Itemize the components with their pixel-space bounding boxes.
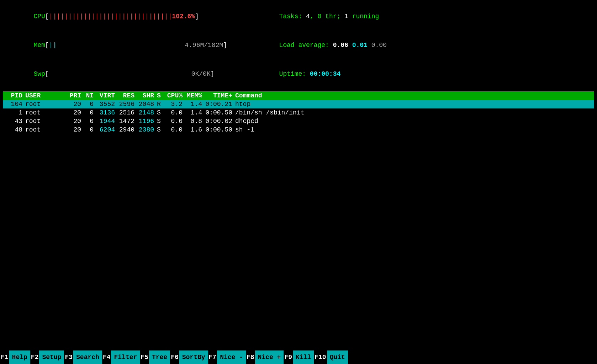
table-row[interactable]: 43 root 20 0 1944 1472 1196 S 0.0 0.8 0:… bbox=[3, 117, 594, 125]
f3-label[interactable]: Search bbox=[73, 350, 102, 364]
f7-key: F7 bbox=[208, 354, 217, 361]
cell-pri: 20 bbox=[64, 101, 84, 108]
footer-bar: F1 Help F2 Setup F3 Search F4 Filter F5 … bbox=[0, 350, 597, 364]
cell-ni: 0 bbox=[84, 101, 96, 108]
cell-pri: 20 bbox=[64, 118, 84, 125]
f4-key: F4 bbox=[102, 354, 111, 361]
cell-cpu: 3.2 bbox=[166, 101, 185, 108]
cell-pid: 43 bbox=[6, 118, 25, 125]
table-row[interactable]: 48 root 20 0 6204 2940 2380 S 0.0 1.6 0:… bbox=[3, 125, 594, 134]
f4-label[interactable]: Filter bbox=[111, 350, 140, 364]
cell-cmd: dhcpcd bbox=[235, 118, 591, 125]
cell-s: S bbox=[157, 126, 166, 133]
cell-ni: 0 bbox=[84, 118, 96, 125]
cell-mem: 1.4 bbox=[185, 101, 205, 108]
cell-cmd: sh -l bbox=[235, 126, 591, 133]
cell-res: 1472 bbox=[118, 118, 137, 125]
table-header: PID USER PRI NI VIRT RES SHR S CPU% MEM%… bbox=[3, 91, 594, 100]
cell-virt: 6204 bbox=[96, 126, 118, 133]
f7-label[interactable]: Nice - bbox=[217, 350, 246, 364]
cell-cpu: 0.0 bbox=[166, 109, 185, 116]
header-section: CPU[||||||||||||||||||||||||||||||||102.… bbox=[3, 2, 594, 89]
table-row[interactable]: 104 root 20 0 3552 2596 2048 R 3.2 1.4 0… bbox=[3, 100, 594, 108]
mem-label: Mem bbox=[33, 42, 45, 49]
header-right: Tasks: 4, 0 thr; 1 running Load average:… bbox=[234, 2, 594, 89]
f2-key: F2 bbox=[30, 354, 39, 361]
footer-f7[interactable]: F7 Nice - bbox=[208, 350, 246, 364]
cpu-label: CPU bbox=[33, 13, 45, 20]
f5-key: F5 bbox=[140, 354, 149, 361]
col-header-ni: NI bbox=[84, 92, 96, 99]
f9-label[interactable]: Kill bbox=[293, 350, 314, 364]
cell-res: 2940 bbox=[118, 126, 137, 133]
col-header-s: S bbox=[157, 92, 166, 99]
cell-user: root bbox=[25, 126, 64, 133]
footer-f10[interactable]: F10 Quit bbox=[314, 350, 348, 364]
header-left: CPU[||||||||||||||||||||||||||||||||102.… bbox=[3, 2, 234, 89]
f6-label[interactable]: SortBy bbox=[179, 350, 208, 364]
cell-pri: 20 bbox=[64, 109, 84, 116]
col-header-pri: PRI bbox=[64, 92, 84, 99]
htop-terminal: CPU[||||||||||||||||||||||||||||||||102.… bbox=[0, 0, 597, 364]
col-header-pid: PID bbox=[6, 92, 25, 99]
cell-mem: 1.4 bbox=[185, 109, 205, 116]
f3-key: F3 bbox=[64, 354, 73, 361]
footer-f9[interactable]: F9 Kill bbox=[284, 350, 314, 364]
cell-shr: 1196 bbox=[137, 118, 157, 125]
swp-value: 0K/0K bbox=[191, 70, 211, 77]
cell-shr: 2148 bbox=[137, 109, 157, 116]
f2-label[interactable]: Setup bbox=[39, 350, 64, 364]
cell-virt: 1944 bbox=[96, 118, 118, 125]
cell-user: root bbox=[25, 109, 64, 116]
f10-key: F10 bbox=[314, 354, 327, 361]
swp-label: Swp bbox=[33, 70, 45, 77]
f9-key: F9 bbox=[284, 354, 293, 361]
cell-time: 0:00.50 bbox=[205, 126, 235, 133]
cell-virt: 3136 bbox=[96, 109, 118, 116]
cpu-percent: 102.6% bbox=[172, 13, 195, 20]
cell-res: 2596 bbox=[118, 101, 137, 108]
cell-pid: 48 bbox=[6, 126, 25, 133]
cell-cmd: /bin/sh /sbin/init bbox=[235, 109, 591, 116]
f10-label[interactable]: Quit bbox=[327, 350, 348, 364]
footer-f2[interactable]: F2 Setup bbox=[30, 350, 64, 364]
cell-res: 2516 bbox=[118, 109, 137, 116]
tasks-line: Tasks: 4, 0 thr; 1 running bbox=[248, 2, 594, 31]
cell-shr: 2380 bbox=[137, 126, 157, 133]
footer-f4[interactable]: F4 Filter bbox=[102, 350, 140, 364]
footer-f5[interactable]: F5 Tree bbox=[140, 350, 170, 364]
col-header-mem: MEM% bbox=[185, 92, 205, 99]
footer-f3[interactable]: F3 Search bbox=[64, 350, 102, 364]
footer-f6[interactable]: F6 SortBy bbox=[170, 350, 208, 364]
cell-time: 0:00.02 bbox=[205, 118, 235, 125]
cpu-bar: |||||||||||||||||||||||||||||||| bbox=[49, 13, 172, 20]
col-header-time: TIME+ bbox=[205, 92, 235, 99]
cell-time: 0:00.21 bbox=[205, 101, 235, 108]
mem-bar: || bbox=[49, 42, 57, 49]
f1-label[interactable]: Help bbox=[9, 350, 30, 364]
cell-virt: 3552 bbox=[96, 101, 118, 108]
cell-cmd: htop bbox=[235, 101, 591, 108]
mem-line: Mem[||4.96M/182M] bbox=[3, 31, 234, 60]
cell-cpu: 0.0 bbox=[166, 118, 185, 125]
f1-key: F1 bbox=[0, 354, 9, 361]
f6-key: F6 bbox=[170, 354, 179, 361]
cpu-line: CPU[||||||||||||||||||||||||||||||||102.… bbox=[3, 2, 234, 31]
col-header-virt: VIRT bbox=[96, 92, 118, 99]
cell-mem: 1.6 bbox=[185, 126, 205, 133]
cell-pid: 104 bbox=[6, 101, 25, 108]
col-header-cpu: CPU% bbox=[166, 92, 185, 99]
footer-f1[interactable]: F1 Help bbox=[0, 350, 30, 364]
cell-ni: 0 bbox=[84, 126, 96, 133]
f5-label[interactable]: Tree bbox=[149, 350, 170, 364]
cell-user: root bbox=[25, 101, 64, 108]
load-line: Load average: 0.06 0.01 0.00 bbox=[248, 31, 594, 60]
table-row[interactable]: 1 root 20 0 3136 2516 2148 S 0.0 1.4 0:0… bbox=[3, 108, 594, 117]
f8-label[interactable]: Nice + bbox=[255, 350, 284, 364]
cell-ni: 0 bbox=[84, 109, 96, 116]
footer-f8[interactable]: F8 Nice + bbox=[246, 350, 284, 364]
cell-user: root bbox=[25, 118, 64, 125]
swp-line: Swp[0K/0K] bbox=[3, 60, 234, 89]
cell-s: S bbox=[157, 118, 166, 125]
cell-mem: 0.8 bbox=[185, 118, 205, 125]
